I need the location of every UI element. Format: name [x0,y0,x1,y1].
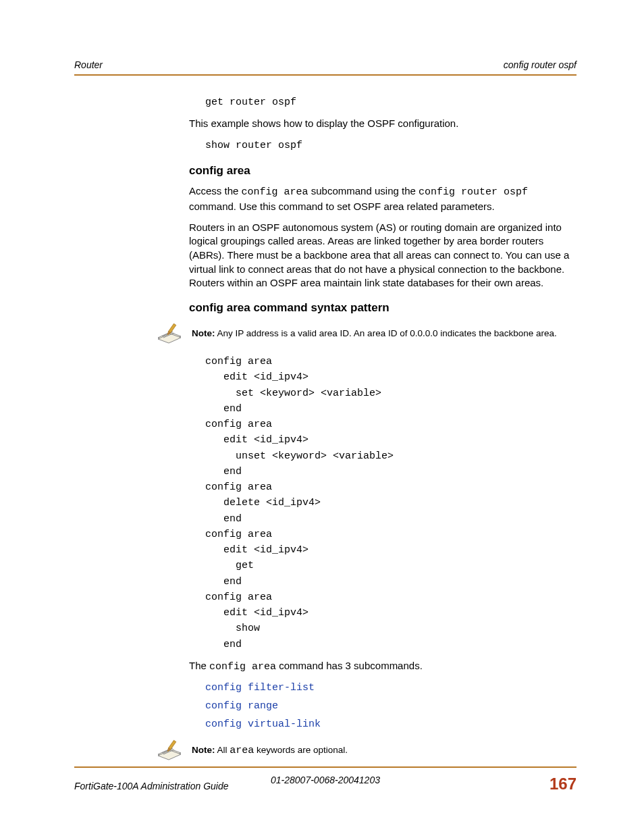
note-area-id: Note: Any IP address is a valid area ID.… [74,321,576,346]
footer-guide-title: FortiGate-100A Administration Guide [74,781,229,791]
link-filter-list[interactable]: config filter-list [205,682,315,694]
heading-config-area: config area [189,164,576,178]
note-text: Note: Any IP address is a valid area ID.… [192,328,576,340]
page-number: 167 [549,775,576,793]
subcommand-list: config filter-list config range config v… [205,681,576,730]
header-right: config router ospf [504,59,576,70]
header-rule [74,74,576,76]
footer-doc-id: 01-28007-0068-20041203 [271,775,380,785]
paragraph-example-intro: This example shows how to display the OS… [189,117,576,131]
heading-syntax-pattern: config area command syntax pattern [189,301,576,315]
code-syntax-block: config area edit <id_ipv4> set <keyword>… [205,354,576,652]
header-left: Router [74,59,103,70]
paragraph-subcommands: The config area command has 3 subcommand… [189,659,576,675]
note-icon [155,321,185,346]
main-content: get router ospf This example shows how t… [189,95,576,315]
footer-rule [74,766,576,768]
code-get-router: get router ospf [205,95,576,110]
paragraph-config-area-intro: Access the config area subcommand using … [189,184,576,213]
code-show-router: show router ospf [205,138,576,153]
link-range[interactable]: config range [205,700,278,712]
paragraph-ospf-overview: Routers in an OSPF autonomous system (AS… [189,221,576,290]
link-virtual-link[interactable]: config virtual-link [205,719,321,730]
page: Router config router ospf get router osp… [0,0,644,834]
footer: FortiGate-100A Administration Guide 01-2… [74,754,576,793]
footer-line: FortiGate-100A Administration Guide 01-2… [74,775,576,793]
main-content-2: config area edit <id_ipv4> set <keyword>… [189,354,576,730]
running-header: Router config router ospf [74,59,576,70]
